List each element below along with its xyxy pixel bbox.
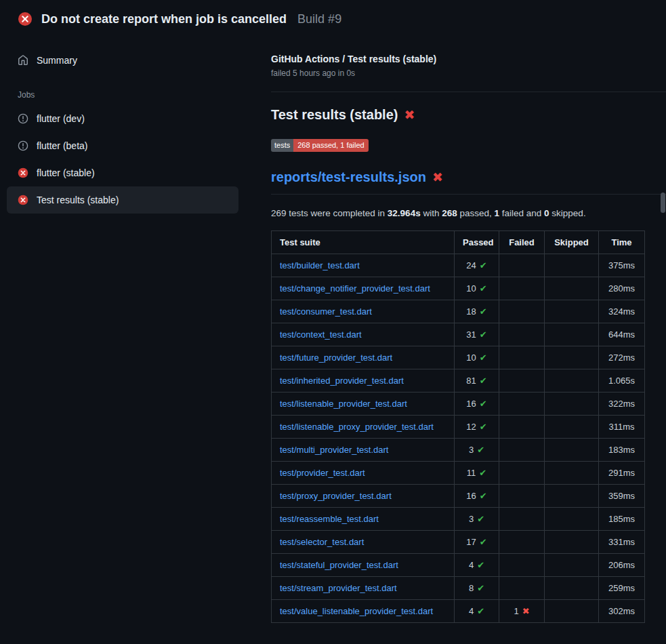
skipped-cell [545, 577, 599, 600]
x-circle-fill-icon [18, 12, 33, 26]
failed-cell [499, 416, 545, 439]
skipped-cell [545, 369, 599, 393]
scrollbar-thumb[interactable] [661, 193, 665, 213]
test-suite-cell: test/proxy_provider_test.dart [272, 485, 455, 508]
home-icon [18, 55, 28, 66]
results-table: Test suite Passed Failed Skipped Time te… [271, 230, 645, 623]
test-suite-cell: test/listenable_provider_test.dart [272, 393, 455, 416]
col-header-test-suite: Test suite [272, 231, 455, 254]
check-icon: ✔ [480, 537, 487, 547]
check-icon: ✔ [480, 353, 487, 363]
check-icon: ✔ [480, 399, 487, 409]
test-suite-link[interactable]: test/consumer_test.dart [280, 306, 372, 317]
job-label: flutter (beta) [37, 139, 87, 153]
time-cell: 331ms [599, 531, 645, 554]
failed-cell [499, 508, 545, 531]
table-row: test/future_provider_test.dart 10✔ 272ms [272, 346, 645, 369]
test-suite-link[interactable]: test/proxy_provider_test.dart [280, 491, 392, 501]
alert-circle-icon [18, 113, 28, 124]
summary-text: 269 tests were completed in [271, 208, 388, 218]
test-suite-link[interactable]: test/stream_provider_test.dart [280, 583, 397, 593]
time-cell: 311ms [599, 416, 645, 439]
passed-cell: 18✔ [455, 300, 499, 323]
check-icon: ✔ [477, 514, 484, 524]
run-build-number: Build #9 [297, 12, 341, 26]
test-suite-cell: test/future_provider_test.dart [272, 346, 455, 369]
failed-cell [499, 393, 545, 416]
test-suite-link[interactable]: test/change_notifier_provider_test.dart [280, 283, 430, 294]
table-row: test/change_notifier_provider_test.dart … [272, 277, 645, 300]
divider [271, 92, 666, 92]
skipped-cell [545, 300, 599, 323]
summary-text: failed and [499, 208, 544, 218]
results-table-body: test/builder_test.dart 24✔ 375ms test/ch… [272, 254, 645, 623]
sidebar-item-flutter-stable[interactable]: flutter (stable) [7, 159, 238, 186]
test-suite-link[interactable]: test/listenable_provider_test.dart [280, 399, 407, 409]
test-suite-cell: test/selector_test.dart [272, 531, 455, 554]
check-icon: ✔ [479, 468, 486, 478]
table-row: test/multi_provider_test.dart 3✔ 183ms [272, 439, 645, 462]
skipped-cell [545, 346, 599, 369]
jobs-section-label: Jobs [7, 86, 238, 105]
test-suite-cell: test/stateful_provider_test.dart [272, 554, 455, 577]
check-icon: ✔ [480, 329, 487, 340]
failed-cell [499, 462, 545, 485]
failed-cell [499, 277, 545, 300]
test-suite-cell: test/stream_provider_test.dart [272, 577, 455, 600]
table-row: test/stateful_provider_test.dart 4✔ 206m… [272, 554, 645, 577]
col-header-passed: Passed [455, 231, 499, 254]
summary-text: with [421, 208, 442, 218]
passed-cell: 10✔ [455, 277, 499, 300]
cross-mark-icon: ✖ [404, 108, 415, 121]
run-header: Do not create report when job is cancell… [0, 0, 666, 35]
sidebar-item-summary[interactable]: Summary [7, 47, 238, 74]
test-suite-link[interactable]: test/selector_test.dart [280, 537, 364, 547]
test-suite-cell: test/multi_provider_test.dart [272, 439, 455, 462]
test-suite-cell: test/inherited_provider_test.dart [272, 369, 455, 393]
passed-cell: 24✔ [455, 254, 499, 277]
passed-cell: 3✔ [455, 508, 499, 531]
time-cell: 280ms [599, 277, 645, 300]
check-icon: ✔ [477, 560, 484, 570]
test-suite-link[interactable]: test/value_listenable_provider_test.dart [280, 606, 433, 616]
time-cell: 324ms [599, 300, 645, 323]
sidebar-item-flutter-beta[interactable]: flutter (beta) [7, 132, 238, 159]
passed-cell: 10✔ [455, 346, 499, 369]
skipped-cell [545, 600, 599, 623]
table-row: test/value_listenable_provider_test.dart… [272, 600, 645, 623]
time-cell: 322ms [599, 393, 645, 416]
test-suite-link[interactable]: test/listenable_proxy_provider_test.dart [280, 422, 434, 432]
failed-cell [499, 369, 545, 393]
report-file-link[interactable]: reports/test-results.json [271, 169, 426, 185]
test-suite-link[interactable]: test/stateful_provider_test.dart [280, 560, 398, 570]
run-title: Do not create report when job is cancell… [41, 12, 287, 26]
summary-text: skipped. [549, 208, 586, 218]
test-suite-link[interactable]: test/multi_provider_test.dart [280, 445, 388, 455]
time-cell: 644ms [599, 323, 645, 346]
sidebar-item-test-results-stable[interactable]: Test results (stable) [7, 186, 238, 214]
passed-cell: 12✔ [455, 416, 499, 439]
time-cell: 1.065s [599, 369, 645, 393]
sidebar-item-flutter-dev[interactable]: flutter (dev) [7, 105, 238, 132]
passed-cell: 16✔ [455, 393, 499, 416]
test-suite-link[interactable]: test/reassemble_test.dart [280, 514, 379, 524]
check-icon: ✔ [477, 583, 484, 593]
skipped-cell [545, 508, 599, 531]
failed-cell [499, 577, 545, 600]
cross-icon: ✖ [522, 606, 530, 616]
passed-cell: 81✔ [455, 369, 499, 393]
test-suite-link[interactable]: test/inherited_provider_test.dart [280, 376, 404, 386]
test-suite-link[interactable]: test/builder_test.dart [280, 260, 360, 270]
test-suite-cell: test/change_notifier_provider_test.dart [272, 277, 455, 300]
col-header-skipped: Skipped [545, 231, 599, 254]
test-suite-link[interactable]: test/future_provider_test.dart [280, 353, 392, 363]
check-icon: ✔ [480, 422, 487, 432]
test-suite-link[interactable]: test/context_test.dart [280, 329, 362, 340]
test-suite-link[interactable]: test/provider_test.dart [280, 468, 365, 478]
skipped-cell [545, 439, 599, 462]
check-icon: ✔ [480, 491, 487, 501]
table-row: test/provider_test.dart 11✔ 291ms [272, 462, 645, 485]
time-cell: 185ms [599, 508, 645, 531]
failed-cell [499, 439, 545, 462]
time-cell: 272ms [599, 346, 645, 369]
